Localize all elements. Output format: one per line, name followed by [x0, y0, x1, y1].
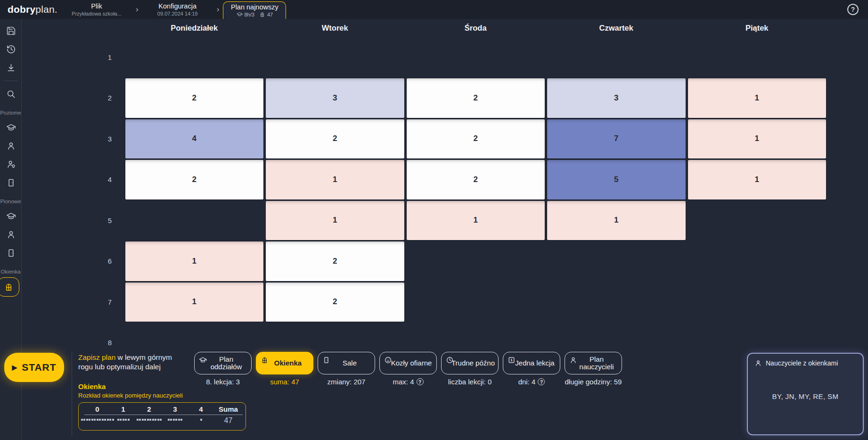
- tab-title: Plan najnowszy: [231, 3, 278, 11]
- histogram-square: [157, 419, 159, 421]
- histogram-square: [180, 419, 182, 421]
- sidebar-item-teachers-vertical[interactable]: [0, 225, 22, 244]
- metric-button-plan-nauczycieli[interactable]: Plan nauczycieli: [565, 352, 622, 374]
- timetable-cell[interactable]: 1: [688, 160, 827, 199]
- search-icon: [6, 89, 16, 99]
- histogram-square: [144, 419, 146, 421]
- timetable-cell[interactable]: 7: [547, 119, 686, 159]
- sidebar-section-label: Okienka: [0, 268, 21, 275]
- timetable-cell[interactable]: 1: [407, 201, 545, 241]
- save-hint-highlight: Zapisz plan: [78, 353, 115, 361]
- histogram-square: [178, 419, 180, 421]
- sidebar-item-rooms-horizontal[interactable]: [0, 174, 22, 192]
- metric-button-okienka[interactable]: Okienka: [256, 352, 313, 374]
- sidebar-item-classes-vertical[interactable]: [0, 207, 22, 225]
- help-circle-icon[interactable]: ?: [538, 378, 545, 385]
- door-icon: [322, 356, 330, 364]
- tab-badges: 8h/3 47: [237, 11, 273, 17]
- metric-button-trudne-p-no[interactable]: Trudne późno: [441, 352, 499, 374]
- breadcrumb-title: Plik: [91, 2, 102, 10]
- sidebar-item-rooms-vertical[interactable]: [0, 244, 22, 262]
- hours-badge: 8h/3: [237, 11, 254, 17]
- sidebar-item-download[interactable]: [0, 58, 22, 77]
- histogram-square: [200, 419, 202, 421]
- timetable-cell[interactable]: 2: [407, 160, 545, 199]
- graduation-cap-icon: [6, 123, 16, 133]
- timetable-cell[interactable]: 2: [407, 119, 545, 159]
- timetable-cell[interactable]: 2: [266, 241, 404, 281]
- start-button-label: START: [22, 362, 56, 373]
- timetable-cell[interactable]: 5: [547, 160, 686, 199]
- timetable-cell[interactable]: 1: [688, 119, 827, 159]
- app-logo: dobryplan.: [0, 0, 61, 19]
- person-pin-icon: [6, 159, 16, 169]
- sidebar-item-teachers-horizontal[interactable]: [0, 137, 22, 155]
- sidebar-item-search[interactable]: [0, 85, 22, 103]
- sidebar-item-teachers-pin-horizontal[interactable]: [0, 155, 22, 174]
- timetable-cell[interactable]: 1: [266, 160, 404, 199]
- histogram-square: [104, 419, 106, 421]
- sidebar-item-okienka[interactable]: [0, 277, 19, 297]
- tab-plan-najnowszy[interactable]: Plan najnowszy 8h/3 47: [223, 1, 286, 19]
- histogram-square: [102, 419, 104, 421]
- svg-text:1: 1: [510, 358, 513, 362]
- metric-button-jedna-lekcja[interactable]: 1 Jedna lekcja: [503, 352, 560, 374]
- timetable-cell[interactable]: 2: [266, 282, 404, 322]
- period-label-8: 8: [22, 339, 124, 347]
- timetable-cell[interactable]: 1: [125, 282, 264, 322]
- histogram-bar-3: [162, 415, 188, 424]
- sidebar-item-history[interactable]: [0, 40, 22, 58]
- metric-button-plan-oddzia-w[interactable]: Plan oddziałów: [194, 352, 252, 374]
- histogram-square: [117, 419, 119, 421]
- teachers-panel-title: Nauczyciele z okienkami: [766, 359, 838, 367]
- histogram-square: [94, 419, 96, 421]
- histogram-square: [123, 419, 124, 421]
- histogram-square: [175, 419, 177, 421]
- metric-sub-label: suma: 47: [270, 378, 299, 386]
- day-header-5: Piątek: [687, 24, 827, 33]
- start-button[interactable]: ▶ START: [4, 353, 64, 382]
- sidebar-divider: [3, 81, 18, 81]
- breadcrumb-plik[interactable]: Plik Przykładowa szkoła...: [61, 0, 132, 19]
- timetable-cell[interactable]: 2: [266, 119, 404, 159]
- timetable-cell[interactable]: 4: [125, 119, 264, 159]
- timetable-cell[interactable]: 1: [547, 201, 686, 241]
- breadcrumb-konfiguracja[interactable]: Konfiguracja 09.07.2024 14:19: [142, 0, 213, 19]
- bottom-toolbar: ▶ START Zapisz plan w lewym górnym rogu …: [0, 349, 868, 440]
- timetable-grid: PoniedziałekWtorekŚrodaCzwartekPiątek123…: [22, 19, 827, 363]
- breadcrumb-subtitle: Przykładowa szkoła...: [72, 11, 122, 17]
- histogram-square: [170, 419, 172, 421]
- timetable-cell[interactable]: 1: [688, 78, 827, 118]
- history-icon: [6, 44, 16, 54]
- timetable-cell[interactable]: 2: [125, 78, 264, 118]
- timetable-cell[interactable]: 2: [407, 78, 545, 118]
- metric-sub-label: 8. lekcja: 3: [206, 378, 240, 386]
- histogram-tick-0: 0: [84, 405, 110, 415]
- metric-jedna-lekcja: 1 Jedna lekcja dni: 4 ?: [503, 352, 560, 386]
- timetable-cell[interactable]: 3: [266, 78, 404, 118]
- metric-button-koz-y-ofiarne[interactable]: Kozły ofiarne: [379, 352, 437, 374]
- sidebar-item-save[interactable]: [0, 22, 22, 40]
- timetable-cell[interactable]: 1: [125, 241, 264, 281]
- okienka-section-subtitle: Rozkład okienek pomiędzy nauczycieli: [78, 392, 183, 399]
- help-button[interactable]: ?: [847, 4, 859, 15]
- timetable-cell[interactable]: 2: [125, 160, 264, 199]
- metric-button-sale[interactable]: Sale: [318, 352, 375, 374]
- period-label-3: 3: [22, 135, 124, 143]
- histogram-square: [86, 419, 88, 421]
- help-circle-icon[interactable]: ?: [417, 378, 424, 385]
- histogram-square: [97, 419, 98, 421]
- timetable-cell[interactable]: 1: [266, 201, 404, 241]
- sidebar-item-classes-horizontal[interactable]: [0, 118, 22, 137]
- metric-sale: Sale zmiany: 207: [318, 352, 375, 386]
- save-icon: [6, 26, 16, 36]
- toolbar-divider: [72, 352, 72, 436]
- histogram-square: [91, 419, 93, 421]
- logo-light: plan.: [35, 4, 57, 15]
- timetable-cell[interactable]: 3: [547, 78, 686, 118]
- histogram-square: [173, 419, 175, 421]
- histogram-tick-2: 2: [136, 405, 162, 415]
- histogram-square: [89, 419, 90, 421]
- person-icon: [569, 356, 577, 364]
- clock-icon: [446, 356, 454, 364]
